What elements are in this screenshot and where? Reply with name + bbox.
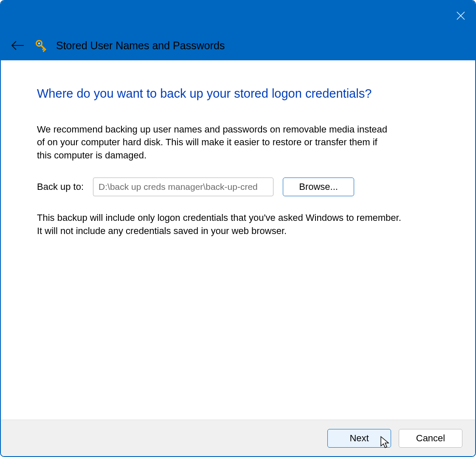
backup-label: Back up to:: [37, 181, 84, 192]
next-button[interactable]: Next: [327, 429, 391, 448]
instruction-text: We recommend backing up user names and p…: [37, 123, 394, 162]
page-heading: Where do you want to back up your stored…: [37, 86, 441, 102]
note-text: This backup will include only logon cred…: [37, 212, 402, 238]
header-title: Stored User Names and Passwords: [56, 39, 225, 52]
titlebar: [1, 1, 475, 31]
back-button[interactable]: [9, 37, 26, 54]
key-icon: [34, 38, 48, 53]
back-arrow-icon: [11, 40, 25, 51]
svg-point-4: [38, 42, 40, 45]
footer: Next Cancel: [1, 420, 475, 456]
header-bar: Stored User Names and Passwords: [1, 31, 475, 60]
cancel-button[interactable]: Cancel: [399, 429, 462, 448]
dialog-window: Stored User Names and Passwords Where do…: [0, 0, 476, 457]
close-icon: [456, 11, 466, 21]
backup-path-input[interactable]: [93, 178, 273, 196]
close-button[interactable]: [454, 9, 468, 23]
backup-row: Back up to: Browse...: [37, 178, 441, 196]
browse-button[interactable]: Browse...: [283, 178, 354, 196]
content-area: Where do you want to back up your stored…: [1, 60, 475, 420]
